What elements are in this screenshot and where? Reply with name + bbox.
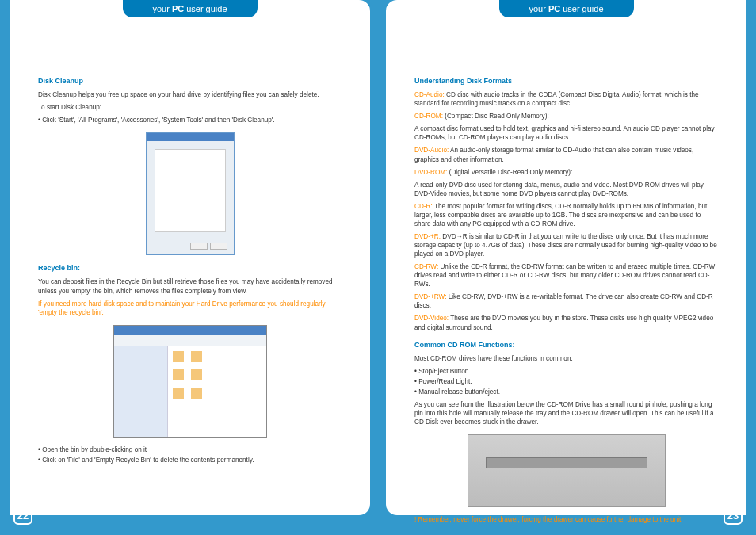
fmt-dvdrom-label: DVD-ROM: (Digital Versatile Disc-Read On… [414,168,718,177]
fmt-cdrw: CD-RW: Unlike the CD-R format, the CD-RW… [414,262,718,289]
fmt-dvdprw: DVD-+RW: Like CD-RW, DVD-+RW is a re-wri… [414,292,718,310]
page-number-right: 23 [724,506,743,525]
cdrom-drive-photo [468,434,666,507]
recycle-bin-screenshot [113,325,267,438]
header-prefix: your [152,3,169,15]
header-tab-right: your PC user guide [499,0,634,17]
recycle-bin-desc: You can deposit files in the Recycle Bin… [38,277,342,295]
page-spread: your PC user guide Disk Cleanup Disk Cle… [0,0,756,535]
disk-cleanup-desc: Disk Cleanup helps you free up space on … [38,90,342,99]
header-tab-left: your PC user guide [123,0,258,17]
cdrom-fn-3: • Manual release button/eject. [414,388,718,396]
cdrom-pinhole-desc: As you can see from the illustration bel… [414,400,718,426]
header-suffix: user guide [186,3,227,15]
fmt-dvdvideo: DVD-Video: These are the DVD movies you … [414,314,718,331]
recycle-bin-tip: If you need more hard disk space and to … [38,300,342,317]
fmt-dvdrom: A read-only DVD disc used for storing da… [414,181,718,198]
fmt-cdrom: A compact disc format used to hold text,… [414,124,718,142]
fmt-cdaudio: CD-Audio: CD disc with audio tracks in t… [414,90,718,108]
disk-cleanup-title: Disk Cleanup [38,76,342,86]
header-prefix-r: your [529,3,545,15]
disk-cleanup-screenshot [146,132,235,255]
recycle-bin-title: Recycle bin: [38,263,342,273]
fmt-cdr: CD-R: The most popular format for writin… [414,202,718,228]
page-number-left-badge: 22 [13,506,32,525]
header-bold-r: PC [548,3,560,15]
recycle-step-1: • Open the bin by double-clicking on it [38,445,342,454]
page-number-right-badge: 23 [724,506,743,525]
disk-cleanup-start: To start Disk Cleanup: [38,103,342,112]
cdrom-warning: ! Remember, never force the drawer, forc… [414,515,718,524]
fmt-dvdaudio: DVD-Audio: An audio-only storage format … [414,146,718,163]
cdrom-functions-title: Common CD ROM Functions: [414,340,718,350]
page-number-left: 22 [13,506,32,525]
disk-cleanup-step: • Click 'Start', 'All Programs', 'Access… [38,116,342,124]
cdrom-fn-2: • Power/Read Light. [414,377,718,386]
fmt-cdrom-label: CD-ROM: (Compact Disc Read Only Memory): [414,112,718,120]
header-bold: PC [172,3,184,15]
page-left: your PC user guide Disk Cleanup Disk Cle… [10,0,370,515]
recycle-step-2: • Click on 'File' and 'Empty Recycle Bin… [38,456,342,464]
header-suffix-r: user guide [563,3,603,15]
page-right: your PC user guide Understanding Disk Fo… [386,0,746,515]
disk-formats-title: Understanding Disk Formats [414,76,718,86]
cdrom-fn-1: • Stop/Eject Button. [414,367,718,376]
cdrom-functions-intro: Most CD-ROM drives have these functions … [414,354,718,363]
fmt-dvdpr: DVD-+R: DVD→R is similar to CD-R in that… [414,232,718,258]
